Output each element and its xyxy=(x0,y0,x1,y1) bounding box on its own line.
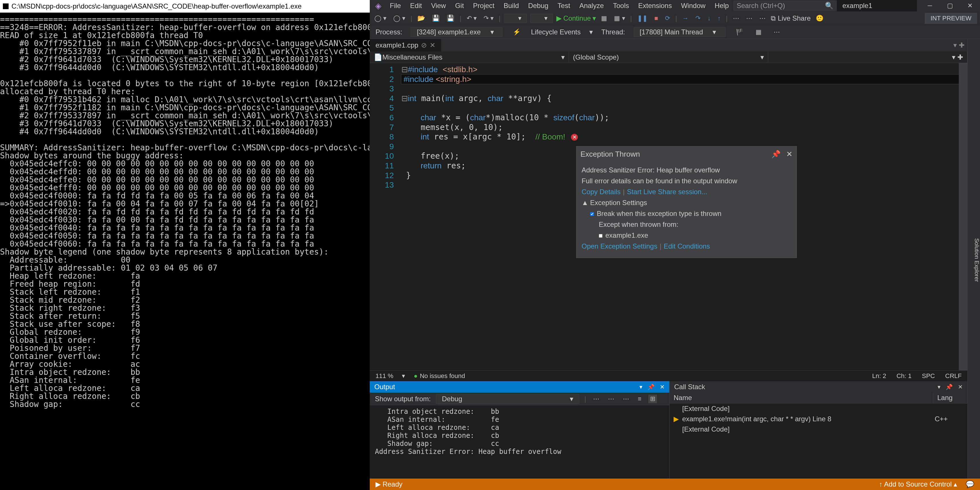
vs-logo-icon[interactable]: ◈ xyxy=(370,0,387,11)
solution-explorer-tab[interactable]: Solution Explorer xyxy=(974,238,980,282)
callstack-row[interactable]: [External Code] xyxy=(670,424,967,434)
menu-window[interactable]: Window xyxy=(681,2,705,10)
tool-icon-2[interactable]: ▦ ▾ xyxy=(612,14,627,23)
line-indicator[interactable]: Ln: 2 xyxy=(872,372,886,380)
menu-git[interactable]: Git xyxy=(455,2,464,10)
output-text[interactable]: Intra object redzone: bb ASan internal: … xyxy=(370,405,669,479)
dropdown-icon[interactable]: ▾ xyxy=(937,384,940,390)
notification-icon[interactable]: 💬 xyxy=(966,480,974,488)
out-icon-5[interactable]: ⊞ xyxy=(648,395,657,403)
menu-file[interactable]: File xyxy=(390,2,401,10)
edit-conditions-link[interactable]: Edit Conditions xyxy=(663,242,710,250)
maximize-button[interactable]: ▢ xyxy=(940,0,960,11)
open-icon[interactable]: 📂 xyxy=(415,14,427,23)
menu-test[interactable]: Test xyxy=(557,2,570,10)
out-icon-2[interactable]: ⋯ xyxy=(606,395,616,403)
process-dropdown[interactable]: [3248] example1.exe ▾ xyxy=(411,27,503,37)
lifecycle-icon[interactable]: ⚡ xyxy=(511,28,522,36)
dropdown-icon[interactable]: ▾ xyxy=(640,384,642,390)
menu-build[interactable]: Build xyxy=(504,2,519,10)
close-icon[interactable]: ✕ xyxy=(958,384,963,390)
menu-tools[interactable]: Tools xyxy=(613,2,629,10)
nav-fwd-icon[interactable]: ◯ ▾ xyxy=(391,14,407,23)
editor-scrollbar[interactable] xyxy=(959,63,967,370)
zoom-dropdown-icon[interactable]: ▾ xyxy=(402,372,405,380)
out-icon-4[interactable]: ≡ xyxy=(636,395,643,403)
callstack-row[interactable]: ▶example1.exe!main(int argc, char * * ar… xyxy=(670,414,967,424)
open-settings-link[interactable]: Open Exception Settings xyxy=(582,242,657,250)
out-icon-1[interactable]: ⋯ xyxy=(591,395,601,403)
file-tab-example1[interactable]: example1.cpp ⊘ ✕ xyxy=(370,39,441,52)
pin-icon[interactable]: 📌 xyxy=(946,384,953,390)
redo-icon[interactable]: ↷ ▾ xyxy=(482,14,495,23)
close-icon[interactable]: ✕ xyxy=(786,150,792,159)
step-out-icon[interactable]: ↑ xyxy=(716,14,722,23)
solution-tab[interactable]: example1 xyxy=(837,0,917,11)
save-icon[interactable]: 💾 xyxy=(430,14,441,23)
exe-checkbox[interactable] xyxy=(599,234,603,238)
minimize-button[interactable]: ─ xyxy=(920,0,940,11)
search-input[interactable]: Search (Ctrl+Q) 🔍 xyxy=(733,1,837,11)
feedback-icon[interactable]: 🙂 xyxy=(814,14,825,23)
stop-icon[interactable]: ■ xyxy=(653,14,660,23)
thread-dropdown[interactable]: [17808] Main Thread ▾ xyxy=(634,27,725,37)
platform-dropdown[interactable]: ▾ xyxy=(530,14,553,23)
pin-icon[interactable]: 📌 xyxy=(648,384,655,390)
menu-edit[interactable]: Edit xyxy=(410,2,422,10)
copy-details-link[interactable]: Copy Details xyxy=(582,188,620,196)
tool-icon-4[interactable]: ⋯ xyxy=(745,14,754,23)
break-checkbox[interactable] xyxy=(590,212,594,216)
close-tab-icon[interactable]: ✕ xyxy=(430,41,435,49)
pin-icon[interactable]: 📌 xyxy=(771,150,781,159)
step-over-icon[interactable]: ↷ xyxy=(694,14,702,23)
pin-icon[interactable]: ⊘ xyxy=(421,41,427,49)
menu-help[interactable]: Help xyxy=(714,2,729,10)
error-marker-icon[interactable]: ✕ xyxy=(571,134,578,141)
code-editor[interactable]: 1 2 3 4 5 6 7 8 9 10 11 12 13 ⊟#include … xyxy=(370,63,967,370)
tab-dropdown-icon[interactable]: ▾ ✚ xyxy=(950,41,967,49)
stack-icon[interactable]: ▦ xyxy=(754,28,763,36)
member-scope[interactable]: ▾ ✚ xyxy=(768,52,967,63)
tool-icon-1[interactable]: ▦ xyxy=(599,14,609,23)
live-share-button[interactable]: ⧉ Live Share xyxy=(771,14,811,22)
lifecycle-label[interactable]: Lifecycle Events xyxy=(531,28,581,36)
callstack-body[interactable]: [External Code] ▶example1.exe!main(int a… xyxy=(670,403,967,479)
output-source-dropdown[interactable]: Debug▾ xyxy=(436,394,579,404)
pause-icon[interactable]: ❚❚ xyxy=(635,14,649,23)
menu-debug[interactable]: Debug xyxy=(528,2,548,10)
menu-view[interactable]: View xyxy=(431,2,446,10)
console-output[interactable]: ========================================… xyxy=(0,13,370,490)
expand-icon[interactable]: ▲ xyxy=(582,199,589,207)
live-share-link[interactable]: Start Live Share session... xyxy=(627,188,707,196)
zoom-level[interactable]: 111 % xyxy=(375,372,393,380)
restart-icon[interactable]: ⟳ xyxy=(663,14,672,23)
menu-analyze[interactable]: Analyze xyxy=(579,2,604,10)
tool-icon-3[interactable]: ⋯ xyxy=(731,14,741,23)
step-into-icon[interactable]: ↓ xyxy=(706,14,712,23)
add-source-control[interactable]: ↑ Add to Source Control ▴ xyxy=(879,480,957,488)
console-titlebar[interactable]: C:\MSDN\cpp-docs-pr\docs\c-language\ASAN… xyxy=(0,0,370,13)
step-icon-1[interactable]: → xyxy=(681,14,690,23)
flag-icon[interactable]: 🏴 xyxy=(734,28,745,36)
int-preview-badge[interactable]: INT PREVIEW xyxy=(925,13,977,24)
tool-icon-5[interactable]: ⋯ xyxy=(757,14,767,23)
undo-icon[interactable]: ↶ ▾ xyxy=(465,14,478,23)
line-ending-indicator[interactable]: CRLF xyxy=(945,372,962,380)
nav-back-icon[interactable]: ◯ ▾ xyxy=(372,14,388,23)
continue-button[interactable]: ▶ Continue ▾ xyxy=(556,14,596,22)
close-icon[interactable]: ✕ xyxy=(660,384,665,390)
config-dropdown[interactable]: ▾ xyxy=(504,14,527,23)
save-all-icon[interactable]: 💾 xyxy=(445,14,456,23)
menu-extensions[interactable]: Extensions xyxy=(638,2,672,10)
vs-titlebar[interactable]: ◈ File Edit View Git Project Build Debug… xyxy=(370,0,980,11)
callstack-title-bar[interactable]: Call Stack ▾📌✕ xyxy=(670,381,967,393)
global-scope[interactable]: (Global Scope)▾ xyxy=(569,52,768,63)
project-scope[interactable]: 📄 Miscellaneous Files▾ xyxy=(370,52,569,63)
exception-title-bar[interactable]: Exception Thrown 📌✕ xyxy=(576,146,797,162)
misc-icon[interactable]: ⋯ xyxy=(772,28,782,36)
spaces-indicator[interactable]: SPC xyxy=(922,372,935,380)
menu-project[interactable]: Project xyxy=(473,2,495,10)
callstack-row[interactable]: [External Code] xyxy=(670,403,967,414)
out-icon-3[interactable]: ⋯ xyxy=(621,395,631,403)
output-title-bar[interactable]: Output ▾📌✕ xyxy=(370,381,669,393)
